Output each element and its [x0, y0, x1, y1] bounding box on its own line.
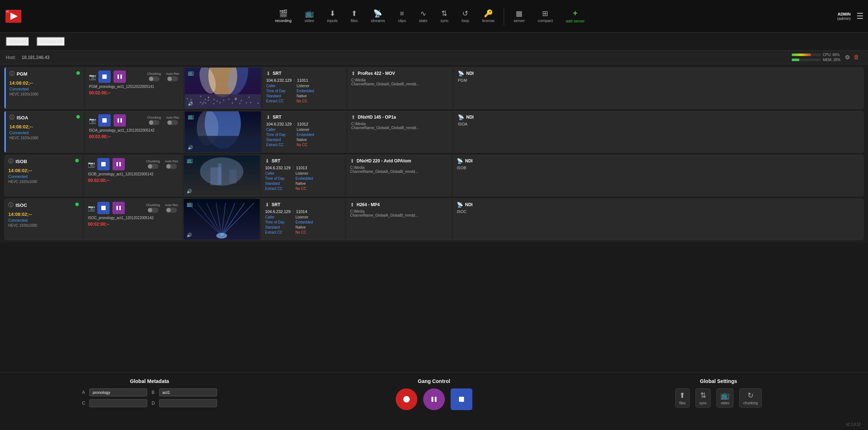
gang-record-button[interactable] — [396, 388, 417, 410]
gear-icon[interactable]: ⚙ — [845, 54, 850, 61]
ch-ndi-isoc: 📡 NDI ISOC — [453, 199, 863, 240]
ch-srt-isoa: ⬇ SRT 104.6.232.129 : 11012 Caller Liste… — [263, 111, 346, 152]
global-settings-icons: ⬆ files ⇅ sync 📺 video ↻ chunking — [675, 388, 762, 408]
nav-recording[interactable]: 🎬 recording — [270, 8, 297, 25]
ch-ndi-isoa: 📡 NDI ISOA — [454, 111, 863, 152]
gs-chunking[interactable]: ↻ chunking — [739, 388, 762, 408]
sync-icon: ⇅ — [441, 10, 447, 17]
chunking-toggle-pgm[interactable]: Chunking — [147, 72, 161, 81]
gear-trash-container: ⚙ 🗑 — [845, 54, 859, 61]
pause-btn-pgm[interactable] — [114, 71, 126, 83]
ndi-title-pgm: NDI — [466, 71, 474, 76]
meta-label-a: A — [82, 390, 85, 395]
gs-video[interactable]: 📺 video — [716, 388, 733, 408]
ch-timecode-isoa: 14:08:02;-- — [9, 124, 80, 129]
nav-streams[interactable]: 📡 streams — [366, 8, 390, 25]
gang-title: Gang Control — [418, 378, 450, 384]
srt-caller-label-pgm: Caller — [266, 84, 295, 88]
srt-caller-value-pgm: Listener — [297, 84, 310, 88]
svg-rect-18 — [459, 397, 464, 402]
gs-files[interactable]: ⬆ files — [675, 388, 690, 408]
srt-tod-value-isoc: Embedded — [295, 220, 313, 224]
cam-icon-isoc: 📷 — [88, 205, 95, 212]
chunking-toggle-isoc[interactable]: Chunking — [146, 203, 160, 213]
output-up-icon-isoa: ⬆ — [351, 114, 356, 120]
srt-cc-value-isoc: No CC — [295, 230, 306, 234]
autorec-toggle-isob[interactable]: Auto Rec — [165, 159, 178, 169]
srt-cc-label-isoa: Extract CC — [266, 143, 295, 147]
stop-btn-isob[interactable] — [97, 158, 110, 170]
admin-info: ADMIN (admin) — [837, 12, 851, 21]
ch-status-dot-pgm — [76, 71, 80, 75]
ch-vol-icon-isob: 🔊 — [187, 189, 192, 194]
srt-cc-label-isob: Extract CC — [265, 187, 294, 191]
meta-input-d[interactable] — [159, 399, 217, 407]
deselect-all-button[interactable]: Deselect All — [37, 37, 65, 46]
ndi-name-isob: ISOB — [457, 166, 860, 170]
app-logo[interactable] — [4, 9, 22, 24]
nav-clips[interactable]: ≡ clips — [393, 8, 411, 25]
srt-title-pgm: SRT — [273, 71, 281, 76]
ch-output-isoc: ⬆ H264 - MP4 C:\Media ChannelName_Global… — [346, 199, 451, 240]
record-time-isob: 00:02:00;-- — [88, 178, 178, 183]
ch-status-dot-isoc — [75, 203, 79, 206]
srt-tod-value-isob: Embedded — [295, 176, 313, 180]
srt-cc-value-pgm: No CC — [297, 99, 307, 103]
autorec-toggle-isoc[interactable]: Auto Rec — [165, 203, 178, 213]
ch-vol-icon-isoc: 🔊 — [187, 233, 192, 238]
output-codec-isob: DNxHD 220 - Avid OPAtom — [357, 158, 411, 163]
nav-sync[interactable]: ⇅ sync — [435, 8, 454, 25]
channel-row-isoa: ⓘ ISOA 14:08:02;-- Connected HEVC 1920x1… — [4, 111, 864, 153]
nav-server[interactable]: ▦ server — [509, 8, 530, 25]
pause-btn-isoc[interactable] — [112, 202, 125, 214]
trash-icon[interactable]: 🗑 — [854, 54, 859, 61]
svg-rect-11 — [119, 162, 121, 166]
select-all-button[interactable]: Select All — [6, 37, 29, 46]
stop-btn-isoa[interactable] — [98, 114, 111, 127]
srt-standard-value-isoa: Native — [297, 138, 307, 142]
srt-caller-value-isoc: Listener — [295, 215, 309, 219]
pause-btn-isoa[interactable] — [114, 114, 126, 127]
meta-input-a[interactable] — [89, 388, 147, 396]
nav-compact[interactable]: ⊞ compact — [533, 8, 558, 25]
ch-record-isob: 📷 Chunking — [84, 155, 182, 196]
nav-add-server[interactable]: + add server — [561, 7, 590, 25]
pause-btn-isob[interactable] — [112, 158, 125, 170]
ch-output-isob: ⬆ DNxHD 220 - Avid OPAtom C:\Media Chann… — [346, 155, 451, 196]
ch-ndi-isob: 📡 NDI ISOB — [453, 155, 863, 196]
gang-pause-button[interactable] — [423, 388, 445, 410]
nav-files[interactable]: ⬆ files — [346, 8, 363, 25]
output-codec-pgm: ProRes 422 - MOV — [358, 71, 395, 76]
hamburger-menu[interactable]: ☰ — [856, 12, 864, 21]
srt-tod-value-isoa: Embedded — [297, 133, 314, 137]
ch-resolution-isoa: HEVC 1920x1080 — [9, 136, 80, 140]
gs-sync-icon: ⇅ — [700, 391, 706, 400]
autorec-toggle-isoa[interactable]: Auto Rec — [166, 116, 179, 125]
header-right: ADMIN (admin) ☰ — [837, 12, 864, 21]
ch-info-icon-isoc: ⓘ — [8, 202, 13, 208]
ndi-icon-isoc: 📡 — [457, 202, 463, 208]
nav-license[interactable]: 🔑 license — [477, 8, 499, 25]
cam-icon-isoa: 📷 — [89, 117, 96, 124]
gang-stop-button[interactable] — [451, 388, 472, 410]
nav-loop[interactable]: ↺ loop — [456, 8, 474, 25]
srt-title-isoa: SRT — [273, 115, 281, 120]
meta-input-b[interactable] — [159, 388, 217, 396]
chunking-toggle-isoa[interactable]: Chunking — [147, 116, 161, 125]
srt-down-icon-isoc: ⬇ — [265, 202, 269, 208]
ch-preview-tv-icon-isob: 📺 — [187, 157, 193, 163]
nav-inputs[interactable]: ⬇ inputs — [322, 8, 342, 25]
ndi-icon-isoa: 📡 — [458, 114, 464, 120]
nav-stats[interactable]: ∿ stats — [414, 8, 432, 25]
stop-btn-isoc[interactable] — [97, 202, 110, 214]
toolbar-row: Select All Deselect All — [0, 33, 868, 51]
gs-sync[interactable]: ⇅ sync — [695, 388, 711, 408]
nav-video[interactable]: 📺 video — [299, 8, 319, 25]
ndi-title-isoc: NDI — [465, 202, 473, 207]
autorec-toggle-pgm[interactable]: Auto Rec — [166, 72, 179, 81]
meta-input-c[interactable] — [89, 399, 147, 407]
stop-btn-pgm[interactable] — [98, 71, 111, 83]
srt-standard-label-isob: Standard — [265, 182, 294, 186]
chunking-toggle-isob[interactable]: Chunking — [146, 159, 160, 169]
output-path-isoc: C:\Media — [350, 209, 448, 213]
